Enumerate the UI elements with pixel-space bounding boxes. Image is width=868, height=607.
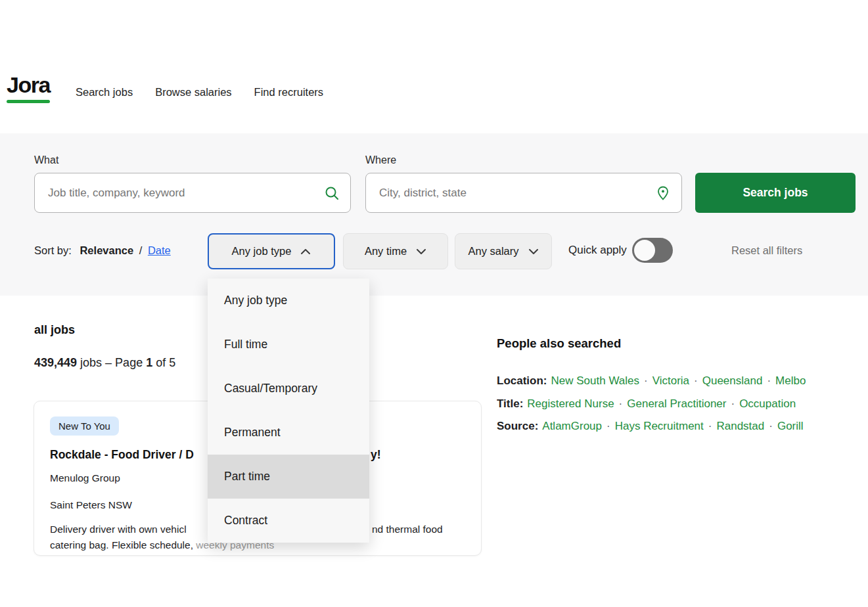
job-description-line2-text: catering bag. Flexible schedule, bbox=[50, 539, 193, 551]
where-label: Where bbox=[365, 154, 396, 166]
pas-link[interactable]: AtlamGroup bbox=[542, 420, 602, 432]
job-location: Saint Peters NSW bbox=[50, 499, 132, 511]
pas-link[interactable]: Occupation bbox=[739, 397, 796, 410]
logo-text: Jora bbox=[7, 72, 50, 98]
dropdown-option-permanent[interactable]: Permanent bbox=[208, 411, 369, 455]
pas-link[interactable]: Gorill bbox=[777, 420, 804, 432]
time-filter-button[interactable]: Any time bbox=[343, 233, 448, 269]
quick-apply-toggle[interactable] bbox=[632, 238, 673, 263]
job-type-dropdown-menu: Any job type Full time Casual/Temporary … bbox=[208, 279, 369, 543]
time-filter-label: Any time bbox=[365, 245, 407, 258]
job-title[interactable]: Rockdale - Food Driver / D bbox=[50, 448, 194, 462]
jobs-count: 439,449 bbox=[34, 356, 77, 369]
page: Jora Search jobs Browse salaries Find re… bbox=[0, 0, 868, 607]
reset-filters-link[interactable]: Reset all filters bbox=[731, 244, 802, 257]
pas-link[interactable]: Queensland bbox=[702, 374, 763, 387]
chevron-up-icon bbox=[300, 248, 311, 255]
pas-link[interactable]: Hays Recruitment bbox=[615, 420, 704, 432]
search-icon[interactable] bbox=[324, 185, 340, 201]
pas-link[interactable]: Registered Nurse bbox=[527, 397, 614, 410]
job-description-line1: Delivery driver with own vehicl bbox=[50, 524, 187, 535]
pas-link[interactable]: Victoria bbox=[652, 374, 689, 387]
nav-find-recruiters[interactable]: Find recruiters bbox=[254, 86, 323, 99]
pas-source-label: Source: bbox=[497, 420, 538, 432]
nav-search-jobs[interactable]: Search jobs bbox=[76, 86, 133, 99]
chevron-down-icon bbox=[416, 248, 426, 255]
nav-browse-salaries[interactable]: Browse salaries bbox=[155, 86, 231, 99]
dropdown-option-any-job-type[interactable]: Any job type bbox=[208, 279, 369, 323]
pas-title-row: Title:Registered Nurse·General Practitio… bbox=[497, 397, 868, 411]
job-type-filter-label: Any job type bbox=[232, 245, 292, 258]
pas-link[interactable]: Randstad bbox=[716, 420, 764, 432]
chevron-down-icon bbox=[528, 248, 539, 255]
search-jobs-button[interactable]: Search jobs bbox=[695, 173, 856, 213]
pas-location-row: Location:New South Wales·Victoria·Queens… bbox=[497, 374, 868, 388]
new-to-you-badge: New To You bbox=[50, 416, 119, 436]
salary-filter-label: Any salary bbox=[468, 245, 518, 258]
sort-date-link[interactable]: Date bbox=[148, 244, 171, 256]
logo[interactable]: Jora bbox=[7, 72, 50, 103]
salary-filter-button[interactable]: Any salary bbox=[455, 233, 552, 269]
job-type-filter-button[interactable]: Any job type bbox=[208, 233, 335, 269]
toggle-knob bbox=[634, 240, 655, 261]
quick-apply-label: Quick apply bbox=[568, 244, 627, 257]
dropdown-option-full-time[interactable]: Full time bbox=[208, 323, 369, 367]
job-company: Menulog Group bbox=[50, 472, 120, 484]
what-input-wrap bbox=[34, 173, 351, 213]
people-also-searched-heading: People also searched bbox=[497, 336, 621, 351]
dot-separator: · bbox=[726, 397, 739, 410]
dot-separator: · bbox=[764, 420, 777, 432]
dropdown-option-part-time[interactable]: Part time bbox=[208, 455, 369, 499]
sort-relevance[interactable]: Relevance bbox=[80, 244, 133, 256]
page-number: 1 bbox=[146, 356, 152, 369]
pas-location-label: Location: bbox=[497, 374, 547, 387]
logo-underline bbox=[7, 100, 50, 103]
what-label: What bbox=[34, 154, 58, 166]
page-of: of bbox=[152, 356, 169, 369]
dropdown-option-contract[interactable]: Contract bbox=[208, 499, 369, 543]
what-input[interactable] bbox=[35, 173, 324, 212]
count-mid: jobs – Page bbox=[77, 356, 146, 369]
dot-separator: · bbox=[689, 374, 702, 387]
dot-separator: · bbox=[704, 420, 717, 432]
location-pin-icon[interactable] bbox=[655, 185, 671, 201]
results-heading: all jobs bbox=[34, 323, 75, 337]
sort-by: Sort by: Relevance / Date bbox=[34, 244, 171, 257]
main-nav: Search jobs Browse salaries Find recruit… bbox=[76, 86, 323, 99]
search-panel bbox=[0, 133, 868, 296]
pas-title-label: Title: bbox=[497, 397, 523, 410]
dot-separator: · bbox=[762, 374, 775, 387]
pas-source-row: Source:AtlamGroup·Hays Recruitment·Rands… bbox=[497, 420, 868, 433]
dot-separator: · bbox=[602, 420, 615, 432]
sort-by-label: Sort by: bbox=[34, 244, 72, 256]
job-title-fragment: y! bbox=[371, 448, 381, 462]
where-input-wrap bbox=[365, 173, 682, 213]
job-description-line1-fragment: nd thermal food bbox=[372, 524, 443, 535]
results-count: 439,449 jobs – Page 1 of 5 bbox=[34, 356, 175, 370]
sort-slash: / bbox=[139, 244, 143, 256]
pas-link[interactable]: New South Wales bbox=[551, 374, 639, 387]
pas-link[interactable]: Melbo bbox=[775, 374, 806, 387]
dot-separator: · bbox=[614, 397, 628, 410]
pas-link[interactable]: General Practitioner bbox=[627, 397, 726, 410]
where-input[interactable] bbox=[366, 173, 655, 212]
dropdown-option-casual-temporary[interactable]: Casual/Temporary bbox=[208, 367, 369, 411]
total-pages: 5 bbox=[169, 356, 175, 369]
dot-separator: · bbox=[639, 374, 652, 387]
